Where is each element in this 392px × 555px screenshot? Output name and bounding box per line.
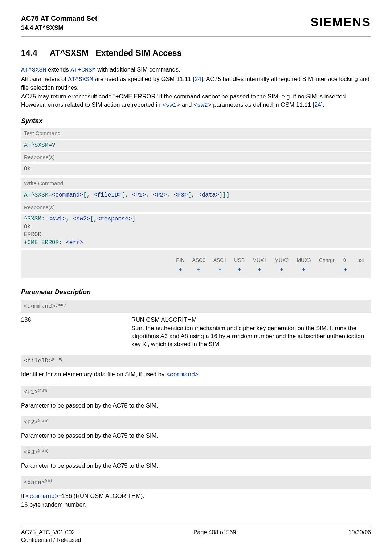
ph-command: <command> xyxy=(24,304,55,310)
param-command-value: 136 xyxy=(21,316,123,348)
pv-0: + xyxy=(173,265,188,274)
ph-command-sup: (num) xyxy=(55,302,66,307)
intro-line-1: AT^SXSM extends AT+CRSM with additional … xyxy=(21,65,371,74)
pv-5: + xyxy=(271,265,292,274)
ph-fileid: <fileID> xyxy=(24,358,52,365)
param-desc-heading: Parameter Description xyxy=(21,288,371,296)
t: and xyxy=(180,101,193,108)
ph-p1-sup: (num) xyxy=(38,388,48,392)
param-command-body: 136 RUN GSM ALGORITHM Start the authenti… xyxy=(21,313,371,355)
ph-data-sup: (str) xyxy=(45,478,52,483)
wr-sw2[interactable]: <sw2> xyxy=(73,216,90,222)
ph-data: <data> xyxy=(24,480,45,486)
wr-response[interactable]: <response> xyxy=(97,216,132,222)
t: . xyxy=(323,101,324,108)
fileid-cmd-ref[interactable]: <command> xyxy=(166,371,199,378)
footer-doc: AC75_ATC_V01.002 xyxy=(21,528,81,536)
header-rule xyxy=(21,36,371,37)
link-atsxsm2[interactable]: AT^SXSM xyxy=(68,76,93,83)
ph-p2-sup: (num) xyxy=(38,418,48,422)
t: are used as specified by GSM 11.11 xyxy=(93,76,193,82)
title-cmd: AT^SXSM xyxy=(50,48,89,58)
section-ref: 14.4 AT^SXSM xyxy=(21,24,97,32)
param-p1-body: Parameter to be passed on by the AC75 to… xyxy=(21,398,371,416)
param-command-desc: RUN GSM ALGORITHM Start the authenticati… xyxy=(131,316,371,348)
ph-p1: <P1> xyxy=(24,389,38,396)
wc-close: ]]] xyxy=(219,192,230,198)
ph-p2: <P2> xyxy=(24,419,38,426)
ref-24b[interactable]: [24] xyxy=(313,101,323,108)
platform-values: + + + + + + + - + - xyxy=(25,265,367,274)
wr-prefix: ^SXSM: xyxy=(24,216,48,222)
response-ok-2: OK xyxy=(24,223,368,231)
param-p3-head: <P3>(num) xyxy=(21,446,371,459)
write-command: AT^SXSM=<command>[, <fileID>[, <P1>, <P2… xyxy=(21,190,371,201)
ph-charge: Charge xyxy=(315,256,339,264)
t: Identifier for an elementary data file o… xyxy=(21,371,166,377)
cme-err[interactable]: <err> xyxy=(66,239,83,246)
wr-c3: , xyxy=(66,216,73,222)
wc-fileid[interactable]: <fileID> xyxy=(94,192,122,198)
section-title: 14.4 AT^SXSM Extended SIM Access xyxy=(21,48,371,59)
param-fileid-head: <fileID>(num) xyxy=(21,355,371,367)
pv-7: - xyxy=(315,265,339,274)
ph-mux3: MUX3 xyxy=(293,256,314,264)
write-command-label: Write Command xyxy=(21,178,371,189)
link-atsxsm[interactable]: AT^SXSM xyxy=(21,66,46,73)
brand-logo: SIEMENS xyxy=(310,14,371,31)
page-header: AC75 AT Command Set 14.4 AT^SXSM SIEMENS xyxy=(21,14,371,32)
pv-1: + xyxy=(189,265,209,274)
wc-prefix: AT^SXSM= xyxy=(24,192,52,198)
wr-sw1[interactable]: <sw1> xyxy=(48,216,66,222)
wc-c1: , xyxy=(146,192,153,198)
cme-prefix: +CME ERROR: xyxy=(24,239,66,246)
t: extends xyxy=(46,66,70,73)
header-left: AC75 AT Command Set 14.4 AT^SXSM xyxy=(21,14,97,32)
param-fileid-body: Identifier for an elementary data file o… xyxy=(21,367,371,385)
data-cmd-ref[interactable]: <command> xyxy=(26,493,58,500)
param-sw1-ref[interactable]: <sw1> xyxy=(162,102,180,109)
section-number: 14.4 xyxy=(21,48,37,59)
t: with additional SIM commands. xyxy=(96,66,180,73)
title-rest: Extended SIM Access xyxy=(96,48,182,58)
ph-fileid-sup: (num) xyxy=(52,357,62,361)
page-footer: AC75_ATC_V01.002 Confidential / Released… xyxy=(21,526,371,544)
param-data-body: If <command>=136 (RUN GSM ALGORITHM): 16… xyxy=(21,489,371,515)
link-atcrsm[interactable]: AT+CRSM xyxy=(70,66,95,73)
section-heading: AT^SXSM Extended SIM Access xyxy=(50,48,182,59)
param-p2-head: <P2>(num) xyxy=(21,416,371,429)
ref-24a[interactable]: [24] xyxy=(193,76,203,82)
response-error: ERROR xyxy=(24,231,368,239)
product-name: AC75 AT Command Set xyxy=(21,14,97,23)
wc-command[interactable]: <command> xyxy=(52,192,83,198)
response-label-1: Response(s) xyxy=(21,152,371,162)
pv-3: + xyxy=(231,265,248,274)
wr-b5: ] xyxy=(132,216,136,222)
param-sw2-ref[interactable]: <sw2> xyxy=(193,102,212,109)
wc-p2[interactable]: <P2> xyxy=(153,192,167,198)
footer-page: Page 408 of 569 xyxy=(193,528,236,544)
t: parameters as defined in GSM 11.11 xyxy=(212,101,313,108)
wc-c2: , xyxy=(167,192,174,198)
ph-asc1: ASC1 xyxy=(210,256,230,264)
param-command-head: <command>(num) xyxy=(21,300,371,313)
test-command-label: Test Command xyxy=(21,128,371,138)
pv-9: - xyxy=(351,265,367,274)
ph-p3: <P3> xyxy=(24,449,38,456)
pv-4: + xyxy=(249,265,270,274)
pv-8: + xyxy=(340,265,351,274)
param-command-text: Start the authentication mechanism and c… xyxy=(131,324,371,348)
wc-p3[interactable]: <P3> xyxy=(174,192,188,198)
intro-line-3: AC75 may return error result code "+CME … xyxy=(21,92,371,109)
ph-mux1: MUX1 xyxy=(249,256,270,264)
platform-table: PIN ASC0 ASC1 USB MUX1 MUX2 MUX3 Charge … xyxy=(24,255,368,275)
ph-asc0: ASC0 xyxy=(189,256,209,264)
wc-p1[interactable]: <P1> xyxy=(132,192,146,198)
wc-b1: [, xyxy=(83,192,94,198)
test-command: AT^SXSM=? xyxy=(21,140,371,151)
response-ok-1: OK xyxy=(21,164,371,175)
wc-data[interactable]: <data> xyxy=(198,192,219,198)
airplane-icon: ✈ xyxy=(340,256,351,264)
t: All parameters of xyxy=(21,76,68,82)
ph-mux2: MUX2 xyxy=(271,256,292,264)
